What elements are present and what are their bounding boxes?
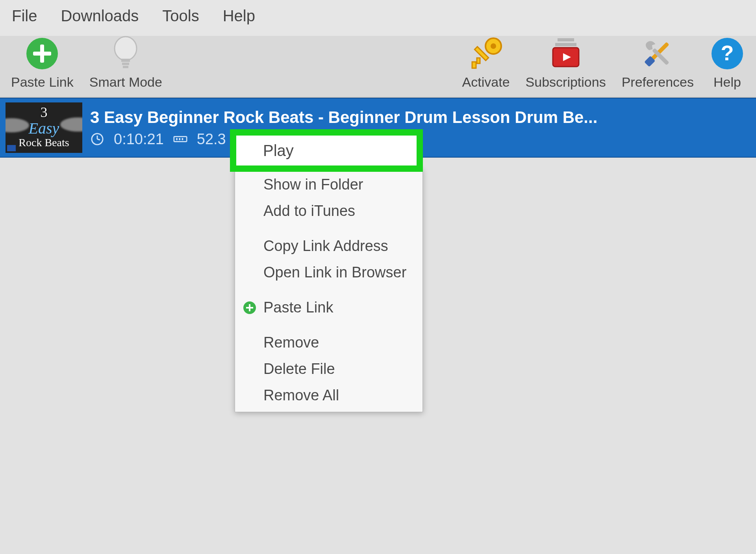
context-item-open-link[interactable]: Open Link in Browser [235, 259, 422, 286]
ctx-remove-label: Remove [263, 334, 319, 351]
smart-mode-label: Smart Mode [89, 74, 162, 90]
smart-mode-button[interactable]: Smart Mode [89, 36, 162, 90]
ctx-paste-link-label: Paste Link [263, 299, 333, 316]
subscriptions-icon [548, 36, 584, 71]
paste-link-label: Paste Link [11, 74, 74, 90]
video-thumbnail: 3 Easy Rock Beats [6, 102, 82, 153]
plus-circle-icon [24, 36, 60, 71]
svg-text:?: ? [721, 41, 734, 65]
svg-rect-4 [121, 59, 130, 62]
svg-rect-11 [477, 58, 480, 63]
svg-rect-26 [179, 138, 180, 140]
context-item-play[interactable]: Play [230, 129, 423, 172]
svg-rect-27 [182, 138, 183, 140]
menu-file[interactable]: File [12, 7, 37, 25]
svg-rect-25 [176, 138, 178, 140]
preferences-label: Preferences [622, 74, 694, 90]
thumbnail-rockbeats: Rock Beats [19, 137, 69, 148]
lightbulb-icon [108, 36, 143, 71]
ctx-delete-file-label: Delete File [263, 361, 335, 377]
key-icon [468, 36, 504, 71]
activate-label: Activate [462, 74, 510, 90]
context-item-add-to-itunes[interactable]: Add to iTunes [235, 198, 422, 224]
context-separator [235, 321, 422, 329]
help-icon: ? [710, 36, 745, 71]
disk-icon [173, 132, 187, 146]
menu-bar: File Downloads Tools Help [0, 0, 756, 36]
subscriptions-button[interactable]: Subscriptions [526, 36, 606, 90]
ctx-add-to-itunes-label: Add to iTunes [263, 203, 355, 219]
toolbar: Paste Link Smart Mode [0, 36, 756, 98]
activate-button[interactable]: Activate [462, 36, 510, 90]
ctx-copy-link-label: Copy Link Address [263, 238, 388, 255]
download-title: 3 Easy Beginner Rock Beats - Beginner Dr… [90, 108, 750, 127]
svg-rect-12 [558, 38, 574, 41]
svg-rect-5 [122, 63, 129, 65]
context-separator [235, 286, 422, 294]
svg-point-3 [115, 37, 137, 60]
svg-line-23 [97, 139, 100, 140]
clock-icon [90, 132, 104, 146]
context-item-paste-link[interactable]: Paste Link [235, 294, 422, 321]
tools-icon [640, 36, 675, 71]
help-label: Help [713, 74, 741, 90]
svg-rect-10 [472, 62, 476, 68]
menu-help[interactable]: Help [223, 7, 255, 25]
context-item-delete-file[interactable]: Delete File [235, 356, 422, 382]
ctx-show-in-folder-label: Show in Folder [263, 176, 363, 193]
svg-rect-13 [555, 43, 576, 46]
svg-rect-32 [246, 307, 253, 309]
svg-point-8 [491, 43, 496, 49]
thumbnail-number: 3 [41, 105, 48, 120]
context-menu: Show in Folder Add to iTunes Copy Link A… [235, 169, 423, 412]
context-item-remove-all[interactable]: Remove All [235, 382, 422, 409]
ctx-remove-all-label: Remove All [263, 387, 339, 404]
context-separator [235, 224, 422, 233]
menu-downloads[interactable]: Downloads [61, 7, 139, 25]
context-item-remove[interactable]: Remove [235, 329, 422, 356]
paste-link-button[interactable]: Paste Link [11, 36, 74, 90]
subscriptions-label: Subscriptions [526, 74, 606, 90]
help-button[interactable]: ? Help [710, 36, 745, 90]
svg-rect-2 [33, 52, 51, 56]
context-play-label: Play [263, 142, 294, 160]
svg-rect-6 [123, 66, 128, 68]
download-duration: 0:10:21 [114, 131, 164, 148]
thumbnail-easy: Easy [29, 120, 59, 137]
menu-tools[interactable]: Tools [162, 7, 199, 25]
plus-circle-icon [242, 301, 257, 314]
ctx-open-link-label: Open Link in Browser [263, 264, 406, 281]
preferences-button[interactable]: Preferences [622, 36, 694, 90]
context-item-copy-link[interactable]: Copy Link Address [235, 233, 422, 259]
context-item-show-in-folder[interactable]: Show in Folder [235, 171, 422, 198]
